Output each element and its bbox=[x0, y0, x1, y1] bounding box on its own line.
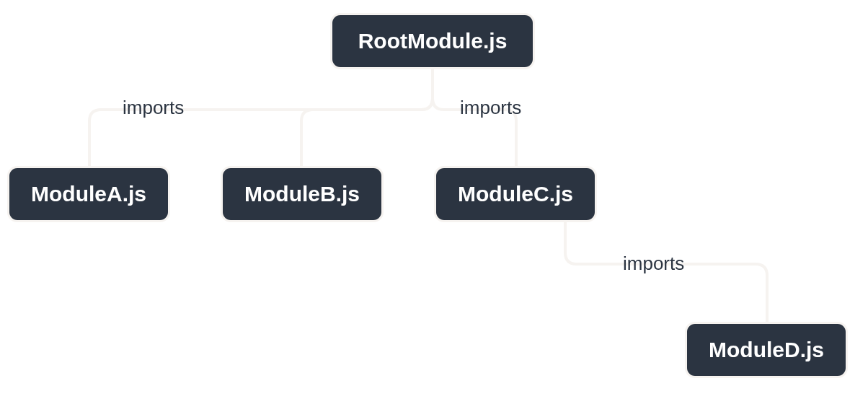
edge-label-root-to-a: imports bbox=[123, 97, 184, 119]
module-diagram: { "nodes": { "root": { "label": "RootMod… bbox=[0, 0, 868, 399]
edge-label-c-to-d: imports bbox=[623, 253, 684, 275]
node-label: ModuleB.js bbox=[244, 182, 360, 206]
node-module-a: ModuleA.js bbox=[7, 166, 170, 222]
node-root-module: RootModule.js bbox=[330, 13, 535, 69]
node-label: ModuleD.js bbox=[709, 338, 824, 362]
node-label: ModuleA.js bbox=[31, 182, 146, 206]
node-label: RootModule.js bbox=[358, 29, 508, 53]
node-label: ModuleC.js bbox=[458, 182, 573, 206]
node-module-c: ModuleC.js bbox=[434, 166, 597, 222]
edge-label-root-to-c: imports bbox=[460, 97, 521, 119]
node-module-b: ModuleB.js bbox=[221, 166, 384, 222]
node-module-d: ModuleD.js bbox=[685, 322, 848, 378]
